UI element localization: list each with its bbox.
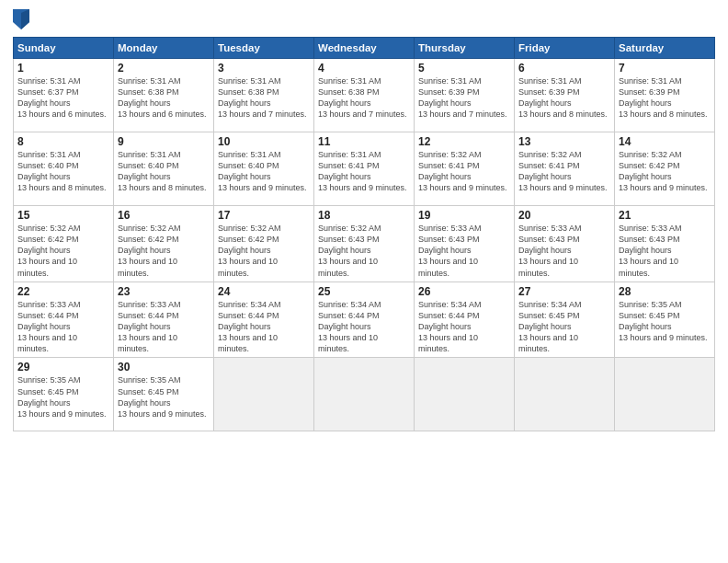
day-info: Sunrise: 5:32 AMSunset: 6:43 PMDaylight … — [318, 223, 410, 279]
calendar-cell: 30Sunrise: 5:35 AMSunset: 6:45 PMDayligh… — [114, 358, 214, 431]
calendar-cell: 11Sunrise: 5:31 AMSunset: 6:41 PMDayligh… — [314, 132, 415, 206]
calendar-cell: 4Sunrise: 5:31 AMSunset: 6:38 PMDaylight… — [314, 59, 415, 132]
day-info: Sunrise: 5:31 AMSunset: 6:37 PMDaylight … — [17, 75, 109, 121]
day-info: Sunrise: 5:33 AMSunset: 6:43 PMDaylight … — [518, 223, 610, 279]
day-info: Sunrise: 5:32 AMSunset: 6:41 PMDaylight … — [518, 149, 610, 194]
day-number: 2 — [118, 62, 210, 75]
col-header-sunday: Sunday — [14, 38, 114, 59]
day-info: Sunrise: 5:33 AMSunset: 6:43 PMDaylight … — [619, 223, 711, 279]
day-info: Sunrise: 5:34 AMSunset: 6:44 PMDaylight … — [218, 299, 310, 355]
day-number: 22 — [17, 285, 109, 298]
calendar-cell: 7Sunrise: 5:31 AMSunset: 6:39 PMDaylight… — [615, 59, 715, 132]
logo — [13, 9, 31, 29]
calendar-cell — [214, 358, 314, 431]
day-number: 7 — [619, 62, 711, 75]
calendar-cell: 1Sunrise: 5:31 AMSunset: 6:37 PMDaylight… — [14, 59, 114, 132]
calendar-cell: 25Sunrise: 5:34 AMSunset: 6:44 PMDayligh… — [314, 282, 415, 358]
page: SundayMondayTuesdayWednesdayThursdayFrid… — [0, 0, 728, 563]
col-header-saturday: Saturday — [615, 38, 715, 59]
calendar-table: SundayMondayTuesdayWednesdayThursdayFrid… — [13, 37, 715, 431]
calendar-cell: 5Sunrise: 5:31 AMSunset: 6:39 PMDaylight… — [415, 59, 515, 132]
day-info: Sunrise: 5:31 AMSunset: 6:39 PMDaylight … — [619, 75, 711, 121]
day-number: 10 — [218, 135, 310, 148]
week-row-2: 8Sunrise: 5:31 AMSunset: 6:40 PMDaylight… — [14, 132, 715, 206]
day-info: Sunrise: 5:31 AMSunset: 6:40 PMDaylight … — [118, 149, 210, 194]
calendar-cell: 15Sunrise: 5:32 AMSunset: 6:42 PMDayligh… — [14, 206, 114, 282]
calendar-cell: 13Sunrise: 5:32 AMSunset: 6:41 PMDayligh… — [515, 132, 615, 206]
calendar-cell: 29Sunrise: 5:35 AMSunset: 6:45 PMDayligh… — [14, 358, 114, 431]
calendar-cell: 8Sunrise: 5:31 AMSunset: 6:40 PMDaylight… — [14, 132, 114, 206]
day-info: Sunrise: 5:32 AMSunset: 6:42 PMDaylight … — [218, 223, 310, 279]
calendar-cell: 14Sunrise: 5:32 AMSunset: 6:42 PMDayligh… — [615, 132, 715, 206]
day-info: Sunrise: 5:35 AMSunset: 6:45 PMDaylight … — [118, 374, 210, 419]
col-header-friday: Friday — [515, 38, 615, 59]
day-info: Sunrise: 5:32 AMSunset: 6:42 PMDaylight … — [17, 223, 109, 279]
calendar-cell: 27Sunrise: 5:34 AMSunset: 6:45 PMDayligh… — [515, 282, 615, 358]
day-info: Sunrise: 5:31 AMSunset: 6:38 PMDaylight … — [118, 75, 210, 121]
day-number: 16 — [118, 209, 210, 222]
week-row-5: 29Sunrise: 5:35 AMSunset: 6:45 PMDayligh… — [14, 358, 715, 431]
day-number: 3 — [218, 62, 310, 75]
day-number: 24 — [218, 285, 310, 298]
day-number: 17 — [218, 209, 310, 222]
day-info: Sunrise: 5:31 AMSunset: 6:39 PMDaylight … — [418, 75, 510, 121]
day-number: 25 — [318, 285, 410, 298]
calendar-cell: 6Sunrise: 5:31 AMSunset: 6:39 PMDaylight… — [515, 59, 615, 132]
day-number: 20 — [518, 209, 610, 222]
day-info: Sunrise: 5:33 AMSunset: 6:43 PMDaylight … — [418, 223, 510, 279]
day-info: Sunrise: 5:31 AMSunset: 6:38 PMDaylight … — [218, 75, 310, 121]
day-number: 14 — [619, 135, 711, 148]
calendar-cell: 17Sunrise: 5:32 AMSunset: 6:42 PMDayligh… — [214, 206, 314, 282]
day-info: Sunrise: 5:32 AMSunset: 6:42 PMDaylight … — [619, 149, 711, 194]
day-info: Sunrise: 5:34 AMSunset: 6:44 PMDaylight … — [318, 299, 410, 355]
calendar-cell: 21Sunrise: 5:33 AMSunset: 6:43 PMDayligh… — [615, 206, 715, 282]
day-number: 11 — [318, 135, 410, 148]
calendar-cell — [515, 358, 615, 431]
day-number: 29 — [17, 361, 109, 373]
day-info: Sunrise: 5:33 AMSunset: 6:44 PMDaylight … — [118, 299, 210, 355]
day-number: 21 — [619, 209, 711, 222]
calendar-cell: 22Sunrise: 5:33 AMSunset: 6:44 PMDayligh… — [14, 282, 114, 358]
day-number: 28 — [619, 285, 711, 298]
col-header-thursday: Thursday — [415, 38, 515, 59]
col-header-wednesday: Wednesday — [314, 38, 415, 59]
day-number: 23 — [118, 285, 210, 298]
calendar-cell: 9Sunrise: 5:31 AMSunset: 6:40 PMDaylight… — [114, 132, 214, 206]
header — [13, 9, 715, 29]
day-info: Sunrise: 5:33 AMSunset: 6:44 PMDaylight … — [17, 299, 109, 355]
calendar-cell: 10Sunrise: 5:31 AMSunset: 6:40 PMDayligh… — [214, 132, 314, 206]
day-number: 9 — [118, 135, 210, 148]
calendar-cell: 12Sunrise: 5:32 AMSunset: 6:41 PMDayligh… — [415, 132, 515, 206]
logo-icon — [13, 9, 29, 29]
calendar-cell: 26Sunrise: 5:34 AMSunset: 6:44 PMDayligh… — [415, 282, 515, 358]
calendar-cell — [314, 358, 415, 431]
day-number: 27 — [518, 285, 610, 298]
day-info: Sunrise: 5:32 AMSunset: 6:42 PMDaylight … — [118, 223, 210, 279]
day-number: 30 — [118, 361, 210, 373]
day-info: Sunrise: 5:31 AMSunset: 6:39 PMDaylight … — [518, 75, 610, 121]
calendar-cell: 2Sunrise: 5:31 AMSunset: 6:38 PMDaylight… — [114, 59, 214, 132]
week-row-4: 22Sunrise: 5:33 AMSunset: 6:44 PMDayligh… — [14, 282, 715, 358]
week-row-3: 15Sunrise: 5:32 AMSunset: 6:42 PMDayligh… — [14, 206, 715, 282]
day-number: 1 — [17, 62, 109, 75]
day-number: 18 — [318, 209, 410, 222]
calendar-header-row: SundayMondayTuesdayWednesdayThursdayFrid… — [14, 38, 715, 59]
day-number: 6 — [518, 62, 610, 75]
day-number: 4 — [318, 62, 410, 75]
day-number: 8 — [17, 135, 109, 148]
day-info: Sunrise: 5:35 AMSunset: 6:45 PMDaylight … — [619, 299, 711, 344]
col-header-tuesday: Tuesday — [214, 38, 314, 59]
day-info: Sunrise: 5:32 AMSunset: 6:41 PMDaylight … — [418, 149, 510, 194]
calendar-cell: 20Sunrise: 5:33 AMSunset: 6:43 PMDayligh… — [515, 206, 615, 282]
day-info: Sunrise: 5:31 AMSunset: 6:40 PMDaylight … — [17, 149, 109, 194]
day-number: 19 — [418, 209, 510, 222]
day-info: Sunrise: 5:34 AMSunset: 6:45 PMDaylight … — [518, 299, 610, 355]
calendar-cell: 28Sunrise: 5:35 AMSunset: 6:45 PMDayligh… — [615, 282, 715, 358]
day-number: 13 — [518, 135, 610, 148]
day-info: Sunrise: 5:31 AMSunset: 6:41 PMDaylight … — [318, 149, 410, 194]
week-row-1: 1Sunrise: 5:31 AMSunset: 6:37 PMDaylight… — [14, 59, 715, 132]
calendar-cell: 3Sunrise: 5:31 AMSunset: 6:38 PMDaylight… — [214, 59, 314, 132]
col-header-monday: Monday — [114, 38, 214, 59]
day-number: 12 — [418, 135, 510, 148]
day-number: 26 — [418, 285, 510, 298]
